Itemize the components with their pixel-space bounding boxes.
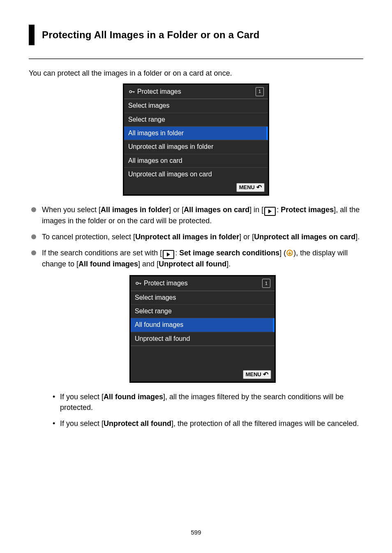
text: : <box>175 249 179 257</box>
list-item: If the search conditions are set with [:… <box>31 248 363 429</box>
menu-item-selected: All found images <box>131 318 274 332</box>
text: If the search conditions are set with [ <box>42 249 162 257</box>
menu-item: Unprotect all found <box>131 332 274 346</box>
bold-text: All found images <box>78 260 138 268</box>
menu-item: Select images <box>131 291 274 305</box>
menu-item: Select range <box>131 305 274 318</box>
camera-menu-screenshot-1: Protect images 1 Select images Select ra… <box>123 83 269 196</box>
link-icon[interactable] <box>286 249 293 257</box>
menu-back-label: MENU <box>246 371 261 378</box>
menu-item: Select images <box>124 99 268 113</box>
heading-underline <box>29 58 363 59</box>
text: ]. <box>226 260 231 268</box>
section-heading-block: Protecting All Images in a Folder or on … <box>29 25 363 45</box>
text: If you select [ <box>60 393 104 401</box>
text: ] ( <box>279 249 286 257</box>
sub-bullet-list: If you select [All found images], all th… <box>42 392 363 429</box>
menu-footer: MENU ↶ <box>131 368 274 382</box>
menu-title-left: Protect images <box>135 279 188 288</box>
list-item: When you select [All images in folder] o… <box>31 205 363 226</box>
section-heading: Protecting All Images in a Folder or on … <box>42 28 363 42</box>
menu-title-text: Protect images <box>137 87 181 96</box>
playback-icon <box>163 250 174 259</box>
text: If you select [ <box>60 419 104 428</box>
intro-paragraph: You can protect all the images in a fold… <box>29 68 363 79</box>
bold-text: All found images <box>104 393 163 401</box>
bold-text: Protect images <box>281 206 334 214</box>
list-item: To cancel protection, select [Unprotect … <box>31 232 363 242</box>
svg-point-5 <box>136 282 138 285</box>
menu-footer: MENU ↶ <box>124 181 268 194</box>
text: ] or [ <box>169 206 184 214</box>
main-bullet-list: When you select [All images in folder] o… <box>29 205 363 429</box>
menu-back-button: MENU ↶ <box>243 370 271 379</box>
menu-back-label: MENU <box>239 184 255 191</box>
page: Protecting All Images in a Folder or on … <box>0 0 392 553</box>
key-icon <box>135 280 142 287</box>
back-arrow-icon: ↶ <box>263 371 268 378</box>
bold-text: Unprotect all found <box>104 419 171 428</box>
bold-text: Unprotect all images in folder <box>135 233 239 241</box>
text: When you select [ <box>42 206 101 214</box>
list-item: If you select [Unprotect all found], the… <box>53 419 363 429</box>
card-slot-icon: 1 <box>256 87 264 96</box>
text: : <box>277 206 281 214</box>
list-item: If you select [All found images], all th… <box>53 392 363 412</box>
key-icon <box>128 88 136 95</box>
menu-item-selected: All images in folder <box>124 127 268 140</box>
svg-point-0 <box>129 90 131 93</box>
menu-item: Unprotect all images in folder <box>124 140 268 154</box>
text: ] and [ <box>138 260 159 268</box>
page-number: 599 <box>0 528 392 537</box>
text: To cancel protection, select [ <box>42 233 135 241</box>
menu-title-left: Protect images <box>128 87 181 96</box>
menu-title-row: Protect images 1 <box>131 276 274 291</box>
bold-text: Unprotect all found <box>159 260 226 268</box>
bold-text: All images on card <box>184 206 249 214</box>
text: ], the protection of all the filtered im… <box>171 419 359 428</box>
menu-item: Unprotect all images on card <box>124 168 268 181</box>
menu-item: All images on card <box>124 154 268 168</box>
text: ] or [ <box>239 233 254 241</box>
menu-item: Select range <box>124 113 268 127</box>
text: ] in [ <box>249 206 263 214</box>
bold-text: Unprotect all images on card <box>254 233 355 241</box>
back-arrow-icon: ↶ <box>256 184 262 191</box>
bold-text: Set image search conditions <box>179 249 279 257</box>
playback-icon <box>264 207 276 216</box>
menu-back-button: MENU ↶ <box>236 183 265 192</box>
menu-title-text: Protect images <box>144 279 188 288</box>
menu-spacer <box>131 346 274 368</box>
bold-text: All images in folder <box>101 206 169 214</box>
card-slot-icon: 1 <box>262 279 270 288</box>
text: ]. <box>355 233 360 241</box>
camera-menu-screenshot-2: Protect images 1 Select images Select ra… <box>129 275 276 383</box>
menu-title-row: Protect images 1 <box>124 85 268 99</box>
